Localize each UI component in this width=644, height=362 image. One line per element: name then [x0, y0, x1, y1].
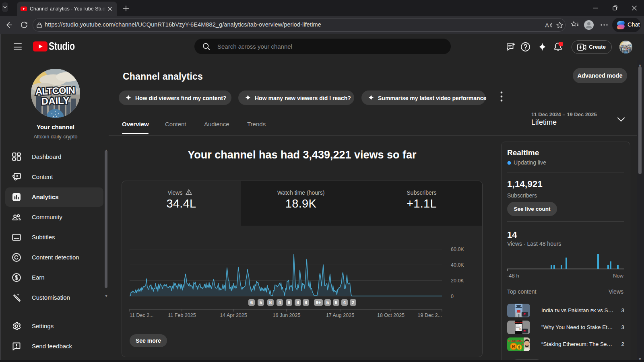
svg-text:STAKING: STAKING	[508, 339, 523, 343]
svg-text:WHY STAKE: WHY STAKE	[514, 322, 523, 323]
svg-text:A: A	[545, 22, 549, 29]
svg-text:DAILY: DAILY	[41, 95, 70, 107]
svg-text:B: B	[512, 343, 515, 350]
